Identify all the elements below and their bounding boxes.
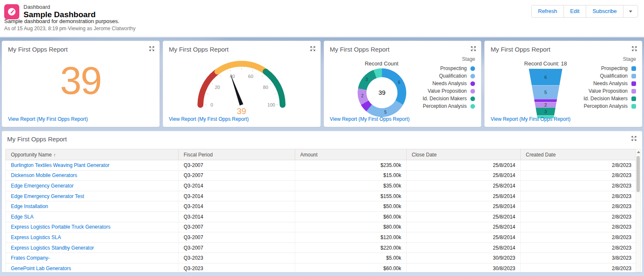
expand-icon[interactable] <box>470 46 476 52</box>
metric-widget: My First Opps Report 39 View Report (My … <box>2 41 160 127</box>
opportunity-link[interactable]: Frates Company- <box>11 255 50 261</box>
dashboard-description: Sample dashboard for demonstration purpo… <box>4 18 119 24</box>
opportunity-link[interactable]: GenePoint Lab Generators <box>11 266 71 271</box>
legend-marker <box>631 74 636 78</box>
column-header[interactable]: Amount <box>295 149 407 160</box>
opportunity-name-cell: Edge Emergency Generator <box>6 181 179 191</box>
opportunity-link[interactable]: Edge Installation <box>11 203 48 209</box>
opportunity-link[interactable]: Edge SLA <box>11 214 34 220</box>
amount-cell: $5.00k <box>295 253 407 263</box>
created-date-cell: 2/8/2023 <box>521 201 637 212</box>
report-table-widget: My First Opps Report Opportunity Name↑Fi… <box>2 131 642 272</box>
opportunity-link[interactable]: Express Logistics SLA <box>11 234 61 240</box>
expand-icon[interactable] <box>310 46 316 52</box>
legend-marker <box>631 81 636 86</box>
expand-icon[interactable] <box>631 46 637 52</box>
opportunity-name-cell: Express Logistics Portable Truck Generat… <box>6 222 179 232</box>
funnel-segment: 3 <box>529 107 562 116</box>
created-date-cell: 2/8/2023 <box>521 211 637 222</box>
funnel-segment: 6 <box>529 69 562 85</box>
scroll-up-icon[interactable] <box>637 151 640 153</box>
subscribe-button[interactable]: Subscribe <box>586 5 623 18</box>
legend-marker <box>470 104 475 109</box>
created-date-cell: 2/8/2023 <box>521 232 637 243</box>
svg-text:6: 6 <box>398 80 400 85</box>
created-date-cell: 3/8/2023 <box>521 253 637 263</box>
scrollbar-thumb[interactable] <box>636 156 640 192</box>
created-date-cell: 2/8/2023 <box>521 222 637 232</box>
svg-text:0: 0 <box>210 102 213 107</box>
amount-cell: $50.00k <box>295 201 407 212</box>
amount-cell: $220.00k <box>295 242 407 253</box>
table-header-row: Opportunity Name↑Fiscal PeriodAmountClos… <box>6 149 637 160</box>
expand-icon[interactable] <box>149 46 155 52</box>
legend-item: Id. Decision Makers <box>423 95 475 102</box>
column-header[interactable]: Fiscal Period <box>179 149 295 160</box>
close-date-cell: 25/8/2014 <box>407 232 521 243</box>
view-report-link[interactable]: View Report (My First Opps Report) <box>8 116 88 122</box>
close-date-cell: 25/8/2014 <box>407 201 521 212</box>
legend-marker <box>470 66 475 71</box>
table-row: Express Logistics SLAQ3-2007$120.00k25/8… <box>6 232 637 243</box>
gauge-value: 39 <box>237 107 246 116</box>
more-actions-button[interactable] <box>623 5 638 18</box>
column-header[interactable]: Opportunity Name↑ <box>6 149 179 160</box>
created-date-cell: 2/8/2023 <box>521 263 637 272</box>
table-row: Express Logistics Portable Truck Generat… <box>6 222 637 232</box>
close-date-cell: 25/8/2014 <box>407 211 521 222</box>
funnel-widget: My First Opps Report Record Count: 18 65… <box>484 41 642 127</box>
opportunity-name-cell: Express Logistics Standby Generator <box>6 242 179 253</box>
opportunity-name-cell: Edge Installation <box>6 201 179 212</box>
fiscal-period-cell: Q3-2007 <box>179 242 295 253</box>
edit-button[interactable]: Edit <box>564 5 586 18</box>
created-date-cell: 2/8/2023 <box>521 181 637 191</box>
opportunity-link[interactable]: Burlington Textiles Weaving Plant Genera… <box>11 162 109 168</box>
amount-cell: $15.00k <box>295 170 407 181</box>
column-header[interactable]: Close Date <box>407 149 521 160</box>
opportunity-name-cell: Edge SLA <box>6 211 179 222</box>
legend-title: Stage <box>423 56 475 62</box>
chevron-down-icon <box>629 10 632 13</box>
stage-legend: Stage ProspectingQualificationNeeds Anal… <box>423 56 475 110</box>
table-row: Express Logistics Standby GeneratorQ3-20… <box>6 242 637 253</box>
close-date-cell: 25/8/2014 <box>407 181 521 191</box>
view-report-link[interactable]: View Report (My First Opps Report) <box>491 116 571 122</box>
amount-cell: $35.00k <box>295 181 407 191</box>
legend-item: Needs Analysis <box>423 80 475 87</box>
column-header[interactable]: Created Date <box>521 149 637 160</box>
table-row: Dickenson Mobile GeneratorsQ3-2007$15.00… <box>6 170 637 181</box>
expand-icon[interactable] <box>631 135 637 141</box>
close-date-cell: 25/8/2014 <box>407 170 521 181</box>
legend-marker <box>631 89 636 94</box>
opportunity-link[interactable]: Express Logistics Portable Truck Generat… <box>11 224 110 230</box>
opportunity-link[interactable]: Express Logistics Standby Generator <box>11 245 94 251</box>
fiscal-period-cell: Q3-2023 <box>179 253 295 263</box>
table-row: Edge Emergency Generator TestQ3-2014$155… <box>6 191 637 201</box>
created-date-cell: 2/8/2023 <box>521 160 637 171</box>
opportunity-link[interactable]: Edge Emergency Generator Test <box>11 193 84 199</box>
fiscal-period-cell: Q3-2007 <box>179 232 295 243</box>
legend-marker <box>631 66 636 71</box>
amount-cell: $155.00k <box>295 191 407 201</box>
fiscal-period-cell: Q3-2023 <box>179 263 295 272</box>
opportunity-name-cell: Burlington Textiles Weaving Plant Genera… <box>6 160 179 171</box>
table-row: Edge Emergency GeneratorQ3-2014$35.00k25… <box>6 181 637 191</box>
svg-text:60: 60 <box>248 74 253 79</box>
opportunity-link[interactable]: Edge Emergency Generator <box>11 183 73 189</box>
fiscal-period-cell: Q3-2014 <box>179 191 295 201</box>
close-date-cell: 25/8/2014 <box>407 191 521 201</box>
opportunities-table: Opportunity Name↑Fiscal PeriodAmountClos… <box>5 149 637 272</box>
view-report-link[interactable]: View Report (My First Opps Report) <box>330 116 410 122</box>
close-date-cell: 25/8/2014 <box>407 222 521 232</box>
opportunity-link[interactable]: Dickenson Mobile Generators <box>11 172 77 178</box>
opportunity-name-cell: Edge Emergency Generator Test <box>6 191 179 201</box>
view-report-link[interactable]: View Report (My First Opps Report) <box>169 116 249 122</box>
table-row: Edge SLAQ3-2014$60.00k25/8/20142/8/2023 <box>6 211 637 222</box>
legend-item: Value Proposition <box>423 87 475 95</box>
gauge-widget: My First Opps Report 02040608010039 View… <box>163 41 321 127</box>
fiscal-period-cell: Q3-2014 <box>179 211 295 222</box>
legend-item: Id. Decision Makers <box>584 95 636 102</box>
refresh-button[interactable]: Refresh <box>531 5 564 18</box>
table-scrollbar[interactable] <box>636 149 641 272</box>
amount-cell: $60.00k <box>295 263 407 272</box>
